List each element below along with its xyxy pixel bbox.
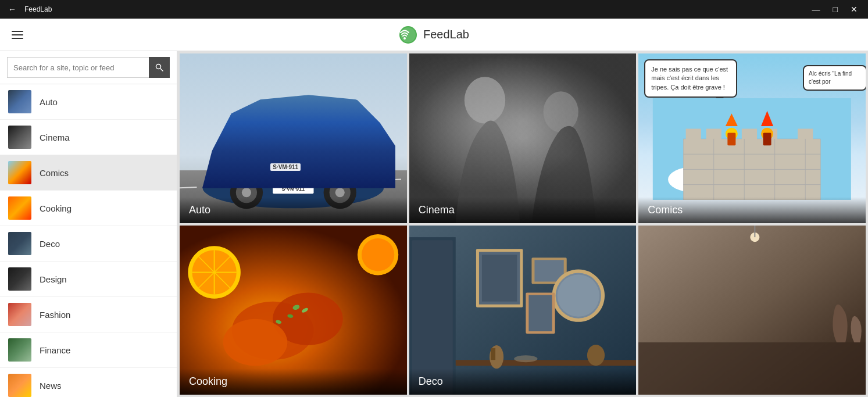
comics-speech-bubble-1: Je ne sais pas ce que c'est mais c'est é… [644,59,737,98]
svg-point-1 [401,27,416,42]
maximize-button[interactable]: □ [827,2,844,16]
grid-card-comics[interactable]: Je ne sais pas ce que c'est mais c'est é… [638,53,866,223]
nav-label-fashion: Fashion [40,310,70,320]
sidebar-item-deco[interactable]: Deco [0,226,177,262]
svg-rect-27 [686,128,701,144]
nav-thumb-design [8,267,31,291]
card-label-cooking: Cooking [180,369,407,395]
sidebar-item-design[interactable]: Design [0,262,177,297]
sidebar-item-cooking[interactable]: Cooking [0,191,177,226]
svg-rect-40 [728,133,736,145]
svg-rect-75 [491,348,495,360]
svg-rect-78 [638,342,866,395]
svg-point-3 [156,65,161,69]
svg-point-11 [242,188,251,197]
header-brand: FeedLab [399,26,469,44]
card-label-deco: Deco [409,369,637,395]
svg-rect-71 [528,295,552,331]
comics-speech-bubble-2: Alc écris "La find c'est por [803,65,866,91]
svg-point-74 [587,345,605,366]
nav-label-news: News [40,381,62,391]
grid-card-cinema[interactable]: Cinema [409,53,637,223]
svg-point-76 [514,355,537,362]
svg-point-2 [403,37,406,40]
search-input[interactable] [7,57,149,78]
app: FeedLab Auto C [0,19,868,397]
card-label-comics: Comics [638,197,866,223]
sidebar-item-comics[interactable]: Comics [0,155,177,191]
svg-point-46 [223,319,288,365]
card-label-cinema: Cinema [409,197,637,223]
sidebar-item-news[interactable]: News [0,368,177,397]
svg-line-4 [160,69,163,71]
svg-point-54 [362,238,394,271]
main-layout: Auto Cinema Comics Cooking Deco Design [0,51,868,397]
sidebar-item-cinema[interactable]: Cinema [0,120,177,155]
svg-rect-72 [455,360,636,366]
grid-card-design[interactable] [638,226,866,395]
nav-thumb-comics [8,161,31,184]
nav-thumb-deco [8,232,31,255]
sidebar: Auto Cinema Comics Cooking Deco Design [0,51,177,397]
menu-button[interactable] [9,28,26,41]
hamburger-line-2 [12,34,23,35]
grid-card-deco[interactable]: Deco [409,226,637,395]
card-label-auto: Auto [180,197,407,223]
titlebar-left: ← FeedLab [5,2,52,16]
svg-rect-42 [763,133,771,145]
nav-thumb-fashion [8,303,31,326]
nav-thumb-cinema [8,126,31,149]
nav-thumb-news [8,374,31,397]
titlebar: ← FeedLab — □ ✕ [0,0,868,19]
brand-name: FeedLab [423,28,469,41]
svg-point-20 [543,91,578,132]
grid-card-cooking[interactable]: Cooking [180,226,407,395]
feedlab-logo-icon [399,26,417,44]
back-button[interactable]: ← [5,2,20,16]
titlebar-controls: — □ ✕ [806,2,863,16]
nav-thumb-finance [8,338,31,362]
svg-point-14 [335,188,345,197]
nav-label-deco: Deco [40,239,60,249]
search-icon [155,63,163,71]
nav-label-cooking: Cooking [40,203,72,213]
nav-label-comics: Comics [40,168,69,178]
nav-label-auto: Auto [40,97,58,107]
titlebar-title: FeedLab [24,5,52,13]
grid-card-auto[interactable]: S·VM·911 Auto [180,53,407,223]
sidebar-item-fashion[interactable]: Fashion [0,297,177,332]
svg-point-69 [557,274,599,316]
nav-thumb-auto [8,90,31,113]
hamburger-line-1 [12,31,23,32]
sidebar-item-finance[interactable]: Finance [0,332,177,368]
comics-castle-illustration [638,98,866,200]
minimize-button[interactable]: — [806,2,826,16]
header: FeedLab [0,19,868,51]
svg-rect-64 [482,255,517,301]
nav-label-design: Design [40,274,67,284]
close-button[interactable]: ✕ [845,2,863,16]
nav-label-cinema: Cinema [40,133,70,142]
nav-thumb-cooking [8,196,31,220]
search-bar [0,51,177,84]
search-button[interactable] [149,57,170,78]
svg-text:S·VM·911: S·VM·911 [281,186,305,192]
nav-label-finance: Finance [40,345,70,355]
svg-line-7 [180,179,407,188]
content-grid: S·VM·911 Auto [177,51,868,397]
svg-point-19 [464,77,505,123]
design-illustration [638,226,866,395]
hamburger-line-3 [12,38,23,39]
sidebar-item-auto[interactable]: Auto [0,84,177,120]
